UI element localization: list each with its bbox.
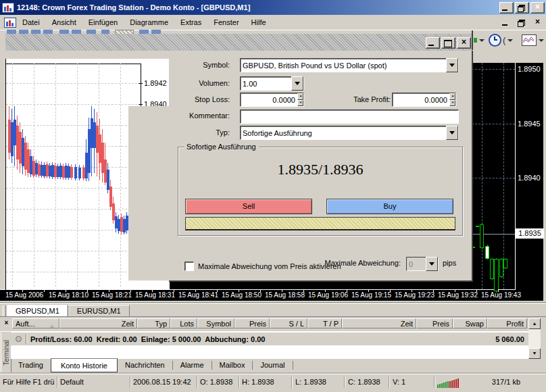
order-type-label: Typ: (169, 128, 230, 137)
max-deviation-select: 0 (406, 257, 439, 271)
close-button[interactable] (530, 2, 545, 14)
child-minimize-button[interactable] (499, 17, 514, 28)
sell-button[interactable]: Sell (185, 199, 312, 214)
bid-price-label: 1.8935 (516, 228, 544, 239)
status-open: O: 1.8938 (200, 378, 237, 388)
menu-item-extras[interactable]: Extras (174, 16, 207, 28)
symbol-select[interactable]: GBPUSD, British Pound vs US Dollar (spot… (240, 58, 459, 72)
menu-item-fenster[interactable]: Fenster (207, 16, 245, 28)
stop-loss-input[interactable]: 0.0000 (240, 93, 304, 107)
gridline-v (77, 64, 78, 287)
menu-items: DateiAnsichtEinfügenDiagrammeExtrasFenst… (16, 16, 272, 28)
terminal-column-preis-5[interactable]: Preis (234, 318, 270, 328)
terminal-column-swap-10[interactable]: Swap (453, 318, 487, 328)
take-profit-value: 0.0000 (393, 96, 449, 104)
terminal-tab-trading[interactable]: Trading (11, 359, 51, 371)
comment-input[interactable] (240, 109, 459, 124)
terminal-column-tp-7[interactable]: T / P (307, 318, 342, 328)
window-frame-strip (0, 63, 5, 289)
terminal-column-zeit-8[interactable]: Zeit (342, 318, 416, 328)
balance-row[interactable]: Profit/Loss: 60.00 Kredit: 0.00 Einlage:… (11, 333, 528, 345)
terminal-side-tab[interactable]: Terminal (1, 331, 11, 374)
toolbar-right (472, 30, 545, 50)
time-axis-label: 15 Aug 18:10 (49, 291, 92, 299)
titlebar[interactable]: 12148: Crown Forex Trading Station - Dem… (0, 0, 546, 15)
chart-tab-eurusd-m1[interactable]: EURUSD,M1 (68, 305, 130, 317)
time-axis-label: 15 Aug 18:50 (222, 291, 265, 299)
terminal-tab-mailbox[interactable]: Mailbox (212, 359, 253, 371)
terminal-column-auft-0[interactable]: Auft... (12, 318, 59, 328)
order-type-dropdown-icon[interactable] (446, 126, 458, 140)
terminal-column-lots-3[interactable]: Lots (170, 318, 197, 328)
terminal-column-profit-11[interactable]: Profit (487, 318, 527, 328)
buy-button[interactable]: Buy (326, 199, 453, 214)
candle-body (78, 168, 81, 178)
order-type-select[interactable]: Sofortige Ausführung (240, 126, 459, 140)
terminal-column-sl-6[interactable]: S / L (270, 318, 307, 328)
dialog-minimize-button[interactable] (426, 37, 440, 49)
terminal-column-preis-9[interactable]: Preis (416, 318, 453, 328)
gridline-v (12, 64, 13, 287)
menu-item-diagramme[interactable]: Diagramme (124, 16, 174, 28)
app-icon (2, 3, 14, 13)
dialog-window-controls (426, 37, 471, 49)
dialog-close-button[interactable] (457, 37, 471, 49)
execution-progress-bar (185, 217, 455, 230)
minimize-button[interactable] (499, 2, 514, 14)
scroll-up-icon[interactable] (528, 318, 541, 329)
time-axis-tick (260, 289, 261, 292)
child-close-button[interactable] (530, 17, 545, 28)
menu-item-datei[interactable]: Datei (16, 16, 46, 28)
chart-tab-gbpusd-m1[interactable]: GBPUSD,M1 (7, 305, 68, 317)
symbol-dropdown-icon[interactable] (446, 58, 458, 72)
volume-dropdown-icon[interactable] (291, 76, 303, 91)
terminal-tab-nachrichten[interactable]: Nachrichten (118, 359, 172, 371)
max-deviation-dropdown-icon (426, 257, 438, 271)
terminal-tab-journal[interactable]: Journal (253, 359, 292, 371)
volume-label: Volumen: (169, 79, 230, 88)
chart-style-icon[interactable] (522, 34, 537, 46)
terminal-tab-konto-historie[interactable]: Konto Historie (51, 358, 118, 372)
dialog-maximize-button[interactable] (441, 37, 455, 49)
terminal-tab-alarme[interactable]: Alarme (173, 359, 212, 371)
take-profit-label: Take Profit: (323, 95, 391, 104)
terminal-column-typ-2[interactable]: Typ (137, 318, 170, 328)
terminal-scrollbar[interactable] (528, 318, 541, 359)
dialog-titlebar-band[interactable] (5, 34, 472, 51)
clock-icon[interactable] (489, 34, 501, 47)
chevron-down-icon[interactable] (479, 39, 485, 45)
tabbar-grip[interactable] (3, 305, 6, 316)
take-profit-spinner[interactable] (449, 93, 455, 106)
max-deviation-value: 0 (407, 260, 426, 268)
scroll-down-icon[interactable] (528, 348, 541, 359)
menu-item-hilfe[interactable]: Hilfe (245, 16, 272, 28)
restore-button[interactable] (515, 2, 529, 14)
terminal-column-zeit-1[interactable]: Zeit (59, 318, 137, 328)
take-profit-input[interactable]: 0.0000 (392, 93, 456, 107)
status-volume: V: 1 (393, 378, 430, 388)
deviation-checkbox[interactable] (184, 262, 194, 271)
balance-total: 5 060.00 (495, 335, 528, 343)
execution-group-title: Sofortige Ausführung (184, 143, 259, 151)
volume-select[interactable]: 1.00 (240, 76, 304, 91)
gridline-h (6, 272, 141, 272)
gridline-v (120, 64, 121, 287)
menu-item-ansicht[interactable]: Ansicht (46, 16, 82, 28)
chevron-down-icon[interactable] (507, 39, 513, 45)
terminal-close-icon[interactable] (2, 319, 11, 328)
time-axis-label: 15 Aug 19:32 (438, 291, 481, 299)
terminal-column-symbol-4[interactable]: Symbol (197, 318, 234, 328)
bracket-glyph (503, 35, 505, 45)
time-axis-tick (282, 289, 282, 292)
chevron-down-icon[interactable] (539, 39, 544, 45)
menu-item-einfügen[interactable]: Einfügen (82, 16, 124, 28)
window-title: 12148: Crown Forex Trading Station - Dem… (17, 3, 250, 11)
child-window-icon[interactable] (4, 18, 16, 28)
status-profile[interactable]: Default (60, 378, 128, 388)
child-restore-button[interactable] (515, 17, 529, 28)
status-close: C: 1.8938 (348, 378, 386, 388)
stop-loss-spinner[interactable] (297, 93, 303, 106)
status-bar: Für Hilfe F1 drü Default 2006.08.15 19:4… (0, 374, 546, 392)
menubar: DateiAnsichtEinfügenDiagrammeExtrasFenst… (0, 15, 546, 30)
stop-loss-value: 0.0000 (241, 96, 297, 104)
